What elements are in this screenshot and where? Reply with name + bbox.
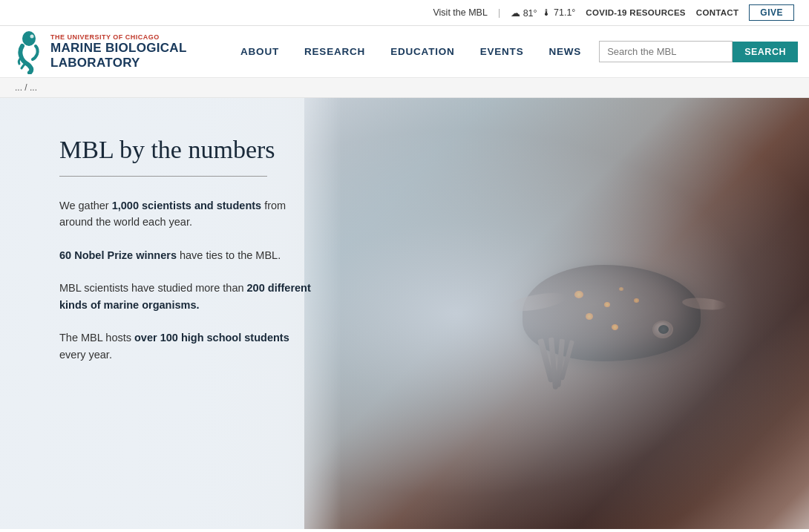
cuttlefish-eye [652, 321, 673, 338]
section-title: MBL by the numbers [59, 135, 312, 165]
contact-link[interactable]: CONTACT [696, 8, 738, 17]
give-button[interactable]: GIVE [749, 4, 794, 21]
svg-point-0 [22, 31, 36, 46]
breadcrumb: ... / ... [0, 78, 809, 98]
stat-1-highlight: 1,000 scientists and students [112, 200, 261, 211]
spot-6 [619, 287, 623, 291]
svg-point-1 [30, 34, 34, 38]
logo-link[interactable]: THE UNIVERSITY OF CHICAGO MARINE BIOLOGI… [15, 30, 230, 74]
stat-block-1: We gather 1,000 scientists and students … [59, 197, 312, 231]
search-button[interactable]: SEARCH [733, 42, 798, 62]
stat-2-highlight: 60 Nobel Prize winners [59, 249, 177, 261]
nav-research[interactable]: RESEARCH [294, 40, 376, 63]
search-input[interactable] [599, 41, 733, 62]
university-name: THE UNIVERSITY OF CHICAGO [50, 33, 187, 41]
content-area: MBL by the numbers We gather 1,000 scien… [0, 98, 809, 529]
stat-block-2: 60 Nobel Prize winners have ties to the … [59, 247, 312, 263]
mbl-name: MARINE BIOLOGICALLABORATORY [50, 41, 187, 70]
title-rule [59, 176, 267, 177]
weather-display: ☁ 81° 🌡 71.1° [511, 7, 575, 19]
spot-4 [634, 298, 639, 303]
temp-icon: 🌡 71.1° [542, 7, 576, 18]
main-header: THE UNIVERSITY OF CHICAGO MARINE BIOLOGI… [0, 26, 809, 78]
search-area: SEARCH [599, 41, 798, 62]
cloud-icon: ☁ 81° [511, 7, 537, 19]
stat-4-highlight: over 100 high school students [134, 332, 289, 344]
stat-block-4: The MBL hosts over 100 high school stude… [59, 329, 312, 363]
nav-about[interactable]: ABOUT [230, 40, 289, 63]
nav-news[interactable]: NEWS [538, 40, 592, 63]
seahorse-icon [15, 30, 43, 74]
utility-bar: Visit the MBL | ☁ 81° 🌡 71.1° COVID-19 R… [0, 0, 809, 26]
breadcrumb-text: ... / ... [15, 82, 37, 93]
nav-events[interactable]: EVENTS [470, 40, 534, 63]
spot-2 [604, 302, 610, 307]
logo-text: THE UNIVERSITY OF CHICAGO MARINE BIOLOGI… [50, 33, 187, 70]
stat-3-highlight: 200 different kinds of marine organisms. [59, 282, 311, 310]
visit-mbl-link[interactable]: Visit the MBL [433, 7, 487, 18]
separator: | [498, 7, 500, 18]
covid-resources-link[interactable]: COVID-19 RESOURCES [586, 8, 685, 17]
stat-block-3: MBL scientists have studied more than 20… [59, 280, 312, 313]
text-panel: MBL by the numbers We gather 1,000 scien… [0, 98, 341, 529]
cuttlefish-illustration [463, 220, 775, 428]
spot-3 [586, 313, 593, 320]
spot-1 [574, 291, 583, 298]
main-nav: ABOUT RESEARCH EDUCATION EVENTS NEWS [230, 40, 592, 63]
cuttlefish-image [304, 98, 809, 529]
spot-5 [612, 324, 618, 330]
nav-education[interactable]: EDUCATION [380, 40, 465, 63]
